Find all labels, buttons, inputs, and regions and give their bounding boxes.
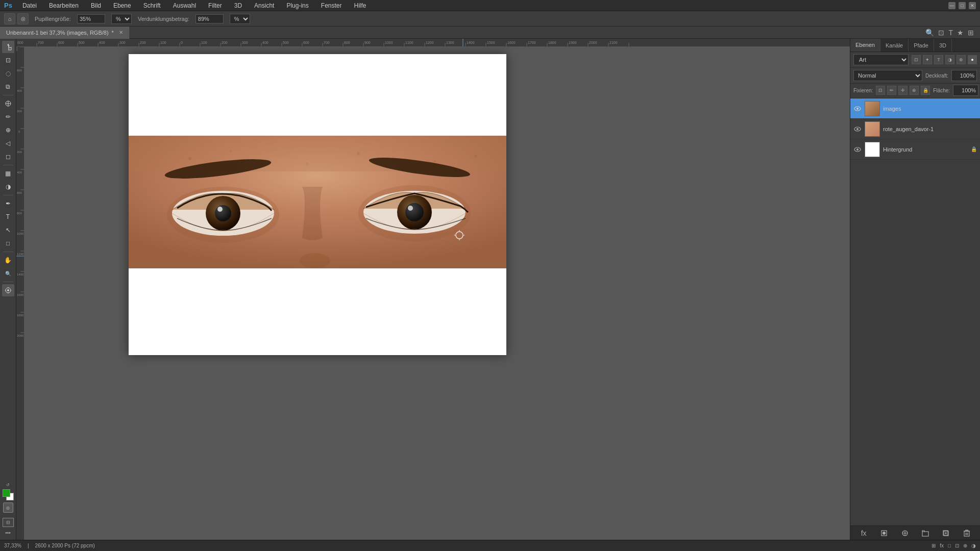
text-icon[interactable]: T <box>948 29 953 37</box>
menu-3d[interactable]: 3D <box>232 1 244 10</box>
maximize-button[interactable]: □ <box>959 2 966 9</box>
layer-mask-button[interactable] <box>879 528 889 538</box>
status-icon-3[interactable]: □ <box>948 543 951 548</box>
tool-shape-select[interactable]: ◎ <box>17 13 29 24</box>
darken-input[interactable] <box>195 14 224 23</box>
lock-artboard-icon[interactable]: ⊕ <box>910 86 919 95</box>
menu-filter[interactable]: Filter <box>206 1 224 10</box>
svg-rect-145 <box>966 530 968 531</box>
status-icon-2[interactable]: fx <box>940 543 944 548</box>
filter-text-icon[interactable]: T <box>934 55 943 64</box>
pupil-size-unit[interactable]: % <box>111 14 132 24</box>
menu-plugins[interactable]: Plug-ins <box>284 1 310 10</box>
layer-group-button[interactable] <box>920 528 930 538</box>
layer-fx-button[interactable]: fx <box>859 528 869 538</box>
gradient-tool[interactable]: ▦ <box>2 167 14 180</box>
menu-ebene[interactable]: Ebene <box>111 1 133 10</box>
reset-colors-icon[interactable]: ↺ <box>6 483 10 487</box>
fill-input[interactable] <box>953 85 978 96</box>
tab-3d[interactable]: 3D <box>934 39 952 52</box>
rectangle-select-tool[interactable]: ⊡ <box>2 54 14 66</box>
close-button[interactable]: ✕ <box>969 2 976 9</box>
svg-text:1000: 1000 <box>17 232 24 235</box>
lock-position-icon[interactable]: ✛ <box>898 86 908 95</box>
layer-new-button[interactable] <box>941 528 951 538</box>
svg-text:400: 400 <box>17 89 22 92</box>
canvas-top-white <box>129 54 506 136</box>
menu-bearbeiten[interactable]: Bearbeiten <box>47 1 81 10</box>
layer-adjustment-button[interactable] <box>900 528 910 538</box>
pen-tool[interactable]: ✒ <box>2 197 14 210</box>
menu-schrift[interactable]: Schrift <box>141 1 163 10</box>
visibility-icon-images[interactable] <box>853 105 862 113</box>
menu-hilfe[interactable]: Hilfe <box>352 1 368 10</box>
layer-name-images: images <box>883 106 977 112</box>
opacity-input[interactable] <box>951 70 977 81</box>
history-brush-tool[interactable]: ◁ <box>2 137 14 149</box>
status-icon-1[interactable]: ⊞ <box>932 543 936 548</box>
search-icon[interactable]: 🔍 <box>925 29 934 37</box>
visibility-icon-rote-augen[interactable] <box>853 125 862 133</box>
layer-type-filter[interactable]: Art <box>853 54 909 65</box>
layer-item-hintergrund[interactable]: Hintergrund 🔒 <box>850 139 980 160</box>
brush-tool[interactable]: ✏ <box>2 111 14 123</box>
burn-tool[interactable]: ◑ <box>2 181 14 193</box>
tab-close-button[interactable]: ✕ <box>119 30 123 35</box>
tab-pfade[interactable]: Pfade <box>909 39 934 52</box>
filter-shape-icon[interactable]: ◑ <box>945 55 954 64</box>
more-tools-icon[interactable]: ••• <box>5 530 11 536</box>
healing-brush-tool[interactable] <box>2 97 14 110</box>
foreground-color[interactable] <box>3 489 10 497</box>
layer-item-images[interactable]: images <box>850 98 980 119</box>
svg-text:1600: 1600 <box>507 41 516 44</box>
pupil-size-input[interactable] <box>77 14 105 23</box>
darken-unit[interactable]: % <box>230 14 250 24</box>
filter-toggle[interactable]: ● <box>968 55 977 64</box>
status-icon-5[interactable]: ⊕ <box>963 543 967 548</box>
screen-mode-icon[interactable]: ⊟ <box>3 518 14 527</box>
filter-adjust-icon[interactable]: ✦ <box>923 55 932 64</box>
menu-ansicht[interactable]: Ansicht <box>252 1 276 10</box>
tab-kanaele[interactable]: Kanäle <box>880 39 909 52</box>
status-icon-4[interactable]: ⊡ <box>955 543 959 548</box>
svg-text:800: 800 <box>16 47 18 51</box>
layer-item-rote-augen[interactable]: rote_augen_davor-1 <box>850 119 980 139</box>
menu-bild[interactable]: Bild <box>89 1 103 10</box>
move-tool[interactable] <box>2 41 14 53</box>
menu-fenster[interactable]: Fenster <box>319 1 344 10</box>
visibility-icon-hintergrund[interactable] <box>853 145 862 154</box>
eraser-tool[interactable]: ◻ <box>2 151 14 163</box>
lock-all-icon[interactable]: 🔒 <box>921 86 930 95</box>
lock-image-icon[interactable]: ✏ <box>887 86 896 95</box>
color-selector[interactable] <box>3 489 14 500</box>
filter-smart-icon[interactable]: ⊕ <box>957 55 966 64</box>
stamp-tool[interactable]: ⊕ <box>2 124 14 136</box>
svg-point-108 <box>357 152 360 155</box>
document-info: 2600 x 2000 Ps (72 ppcm) <box>35 543 95 548</box>
hand-tool[interactable]: ✋ <box>2 254 14 266</box>
quick-mask-icon[interactable]: ◎ <box>3 503 13 513</box>
document-tab[interactable]: Unbenannt-1 bei 37,3% (images, RGB/8) * … <box>0 27 130 39</box>
resize-icon[interactable]: ⊡ <box>938 29 944 37</box>
canvas-area[interactable]: 800 700 600 500 400 300 200 100 0 100 <box>16 39 850 540</box>
menu-datei[interactable]: Datei <box>20 1 39 10</box>
path-selection-tool[interactable]: ↖ <box>2 224 14 236</box>
shape-tool[interactable]: □ <box>2 237 14 249</box>
grid-icon[interactable]: ⊞ <box>968 29 974 37</box>
lock-transparent-icon[interactable]: ⊡ <box>876 86 885 95</box>
zoom-tool[interactable]: 🔍 <box>2 267 14 280</box>
blend-mode-select[interactable]: Normal <box>853 70 922 81</box>
tab-ebenen[interactable]: Ebenen <box>850 39 880 52</box>
star-icon[interactable]: ★ <box>957 29 964 37</box>
menu-auswahl[interactable]: Auswahl <box>171 1 198 10</box>
filter-pixel-icon[interactable]: ⊡ <box>912 55 921 64</box>
left-toolbar: ⊡ ◌ ⧉ ✏ ⊕ ◁ ◻ ▦ ◑ ✒ T ↖ □ ✋ 🔍 <box>0 39 16 540</box>
type-tool[interactable]: T <box>2 211 14 223</box>
redeye-tool[interactable] <box>2 284 14 296</box>
minimize-button[interactable]: — <box>948 2 955 9</box>
crop-tool[interactable]: ⧉ <box>2 81 14 93</box>
layer-delete-button[interactable] <box>962 528 972 538</box>
lasso-tool[interactable]: ◌ <box>2 67 14 80</box>
layer-filter-icons: ⊡ ✦ T ◑ ⊕ ● <box>912 55 977 64</box>
status-icon-6[interactable]: ◑ <box>971 543 976 548</box>
